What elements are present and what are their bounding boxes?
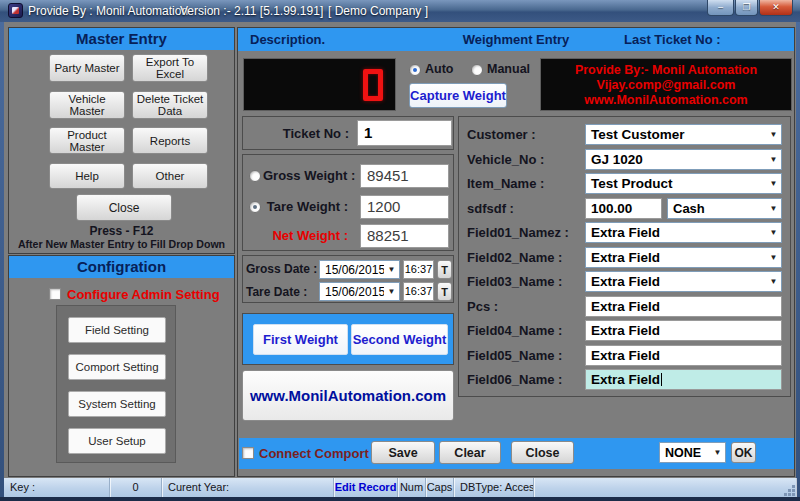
first-weight-button[interactable]: First Weight [253,324,348,355]
vehicle-no-combo[interactable]: GJ 1020▼ [585,149,782,170]
gross-date-label: Gross Date : [246,262,317,276]
delete-ticket-data-button[interactable]: Delete Ticket Data [132,91,208,119]
window-title: Provide By : Monil Automation [28,4,188,18]
sdfsdf-label: sdfsdf : [467,201,514,216]
pcs-label: Pcs : [467,299,498,314]
customer-combo[interactable]: Test Customer▼ [585,124,782,145]
manual-label: Manual [487,62,530,76]
window-frame-right [796,22,800,497]
field05-label: Field05_Name : [467,348,562,363]
gross-time-button[interactable]: T [437,260,452,279]
last-ticket-label: Last Ticket No : [624,28,721,51]
fields-panel: Customer : Test Customer▼ Vehicle_No : G… [458,116,791,397]
master-entry-panel: Master Entry Party Master Export To Exce… [8,27,235,254]
gross-weight-label: Gross Weight : [263,168,348,183]
close-masters-button[interactable]: Close [76,194,172,221]
auto-label: Auto [425,62,453,76]
field04-label: Field04_Name : [467,323,562,338]
gross-time-input[interactable]: 16:37 [403,260,434,279]
system-setting-button[interactable]: System Setting [68,391,166,417]
window-company: [ Demo Company ] [328,4,428,18]
export-to-excel-button[interactable]: Export To Excel [132,54,208,82]
ok-button[interactable]: OK [731,442,756,463]
text-caret [661,373,662,386]
status-dbtype: DBType: Access [454,478,534,497]
close-window-button[interactable]: ✕ [759,0,793,16]
weights-panel: Gross Weight : 89451 Tare Weight : 1200 … [242,154,454,251]
chevron-down-icon: ▼ [766,130,781,139]
window-frame-bottom [0,497,800,501]
title-bar: Provide By : Monil Automation Version :-… [0,0,800,22]
field06-input[interactable]: Extra Field [585,369,782,390]
pcs-input[interactable]: Extra Field [585,296,782,317]
provider-line-2: Vijay.comp@gmail.com [541,78,791,93]
close-button[interactable]: Close [511,441,574,464]
field01-label: Field01_Namez : [467,225,569,240]
provider-marquee: Provide By:- Monil Automation Vijay.comp… [540,58,792,111]
second-weight-button[interactable]: Second Weight [351,324,448,355]
chevron-down-icon: ▼ [766,155,781,164]
manual-radio[interactable] [471,64,483,76]
provider-line-3: www.MonilAutomation.com [541,93,791,108]
chevron-down-icon: ▼ [766,228,781,237]
customer-label: Customer : [467,127,536,142]
help-button[interactable]: Help [49,163,125,189]
gross-date-combo[interactable]: 15/06/2015▼ [319,260,400,279]
gross-weight-input[interactable]: 89451 [360,164,449,188]
field02-combo[interactable]: Extra Field▼ [585,247,782,268]
weighment-header: Description. Weighment Entry Last Ticket… [238,28,794,51]
printer-combo[interactable]: NONE▼ [659,442,726,463]
tare-date-combo[interactable]: 15/06/2015▼ [319,282,400,301]
chevron-down-icon: ▼ [766,277,781,286]
field05-input[interactable]: Extra Field [585,345,782,366]
status-year-label: Curent Year: [162,478,334,497]
app-icon [8,3,23,18]
app-window: Provide By : Monil Automation Version :-… [0,0,800,501]
field-setting-button[interactable]: Field Setting [68,317,166,343]
comport-setting-button[interactable]: Comport Setting [68,354,166,380]
field04-input[interactable]: Extra Field [585,320,782,341]
status-num-lock: Num [398,478,426,497]
sdfsdf-input[interactable]: 100.00 [585,198,662,219]
other-button[interactable]: Other [132,163,208,189]
gross-weight-radio[interactable] [249,170,261,182]
user-setup-button[interactable]: User Setup [68,428,166,454]
configure-admin-checkbox[interactable] [49,288,61,300]
connect-comport-checkbox[interactable] [242,447,254,459]
maximize-button[interactable]: ❐ [735,0,758,16]
weighment-title: Weighment Entry [463,32,570,47]
item-name-combo[interactable]: Test Product▼ [585,173,782,194]
tare-weight-radio[interactable] [249,201,261,213]
chevron-down-icon: ▼ [766,253,781,262]
ticket-no-input[interactable]: 1 [357,120,452,146]
status-key-label: Key : [4,478,110,497]
reports-button[interactable]: Reports [132,127,208,154]
status-key-value: 0 [110,478,162,497]
auto-radio[interactable] [409,64,421,76]
resize-grip[interactable] [792,493,795,496]
website-button[interactable]: www.MonilAutomation.com [242,370,454,421]
status-bar: Key : 0 Curent Year: Edit Record Num Cap… [4,478,796,497]
tare-weight-label: Tare Weight : [263,199,348,214]
minimize-button[interactable]: – [707,0,734,16]
weight-display-digit [363,69,383,101]
save-button[interactable]: Save [371,441,435,464]
payment-combo[interactable]: Cash▼ [667,198,782,219]
product-master-button[interactable]: Product Master [49,127,125,154]
tare-date-label: Tare Date : [246,285,307,299]
item-name-label: Item_Name : [467,176,544,191]
f12-note: Press - F12 [9,224,234,238]
connect-comport-label: Connect Comport [259,446,369,461]
net-weight-input[interactable]: 88251 [360,224,449,248]
tare-weight-input[interactable]: 1200 [360,195,449,219]
party-master-button[interactable]: Party Master [49,54,125,82]
clear-button[interactable]: Clear [439,441,501,464]
capture-weight-button[interactable]: Capture Weight [409,83,507,108]
field01-combo[interactable]: Extra Field▼ [585,222,782,243]
vehicle-master-button[interactable]: Vehicle Master [49,91,125,119]
tare-time-button[interactable]: T [437,282,452,301]
field06-label: Field06_Name : [467,372,562,387]
vehicle-no-label: Vehicle_No : [467,152,544,167]
field03-combo[interactable]: Extra Field▼ [585,271,782,292]
tare-time-input[interactable]: 16:37 [403,282,434,301]
